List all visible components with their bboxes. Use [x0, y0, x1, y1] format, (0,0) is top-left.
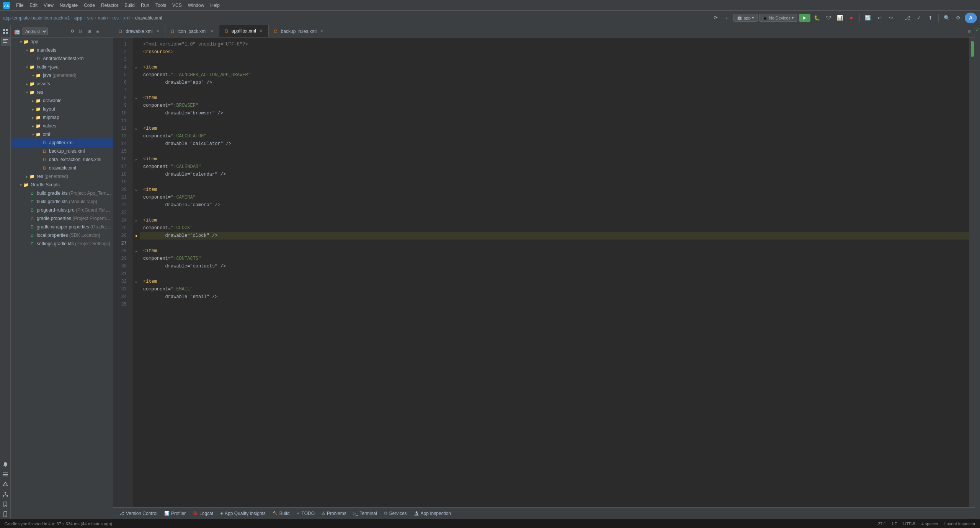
menu-code[interactable]: Code: [81, 2, 98, 9]
commit-button[interactable]: ✓: [914, 13, 924, 23]
menu-refactor[interactable]: Refactor: [98, 2, 121, 9]
tree-item-gradle-scripts[interactable]: ▾ 📁 Gradle Scripts: [11, 181, 113, 189]
breadcrumb-file[interactable]: drawable.xml: [135, 15, 162, 21]
tree-item-data-extraction[interactable]: 🗋 data_extraction_rules.xml: [11, 155, 113, 164]
tree-item-java-gen[interactable]: ▾ 📁 java (generated): [11, 71, 113, 80]
tree-item-gradle-props[interactable]: 🗋 gradle.properties (Project Properties): [11, 214, 113, 223]
layout-inspector-button[interactable]: Layout Inspector: [943, 521, 977, 526]
menu-view[interactable]: View: [41, 2, 57, 9]
panel-scroll-icon[interactable]: ◎: [77, 28, 85, 35]
tree-item-manifests[interactable]: ▾ 📁 manifests: [11, 46, 113, 54]
menu-build[interactable]: Build: [121, 2, 138, 9]
tree-item-appfilter[interactable]: 🗋 appfilter.xml: [11, 139, 113, 147]
line-ending[interactable]: LF: [891, 521, 899, 526]
breadcrumb-res[interactable]: res: [112, 15, 119, 21]
tree-item-res[interactable]: ▾ 📁 res: [11, 88, 113, 96]
menu-file[interactable]: File: [13, 2, 26, 9]
menu-tools[interactable]: Tools: [152, 2, 169, 9]
stop-button[interactable]: ■: [846, 13, 856, 23]
tab-close-iconpack[interactable]: ✕: [209, 29, 214, 34]
tree-item-settings-gradle[interactable]: 🗋 settings.gradle.kts (Project Settings): [11, 240, 113, 248]
bottom-tab-problems[interactable]: ⚠ Problems: [318, 510, 350, 517]
bookmarks-icon[interactable]: [1, 500, 10, 509]
bottom-tab-terminal[interactable]: >_ Terminal: [350, 510, 380, 517]
tree-item-build-gradle-project[interactable]: 🗋 build.gradle.kts (Project: App_Templat…: [11, 189, 113, 197]
tree-item-app[interactable]: ▾ 📁 app: [11, 37, 113, 46]
cursor-position[interactable]: 27:1: [876, 521, 887, 526]
tree-item-kotlin-java[interactable]: ▾ 📁 kotlin+java: [11, 63, 113, 71]
run-button[interactable]: ▶: [799, 14, 810, 22]
gradle-sync-button[interactable]: 🔃: [863, 13, 873, 23]
debug-button[interactable]: 🐛: [812, 13, 822, 23]
tab-backup-rules[interactable]: 🗋 backup_rules.xml ✕: [269, 25, 329, 37]
breadcrumb-project[interactable]: app-template-basic-icon-pack-v1: [3, 15, 70, 21]
tree-item-drawable[interactable]: ▸ 📁 drawable: [11, 96, 113, 105]
code-editor[interactable]: <?xml version="1.0" encoding="UTF-8"?> <…: [140, 37, 969, 507]
redo-button[interactable]: ↪: [886, 13, 896, 23]
tab-icon-pack[interactable]: 🗋 icon_pack.xml ✕: [165, 25, 219, 37]
vcs-button[interactable]: ⎇: [902, 13, 912, 23]
project-view-dropdown[interactable]: Android: [22, 28, 48, 35]
editor-scrollbar[interactable]: [969, 37, 975, 507]
breadcrumb-app[interactable]: app: [74, 15, 82, 21]
running-devices-icon[interactable]: [1, 510, 10, 519]
tree-item-values[interactable]: ▸ 📁 values: [11, 122, 113, 130]
tab-close-appfilter[interactable]: ✕: [258, 28, 264, 34]
breadcrumb-xml[interactable]: xml: [123, 15, 131, 21]
menu-run[interactable]: Run: [138, 2, 152, 9]
tab-close-backup[interactable]: ✕: [319, 29, 324, 34]
build-variants-icon[interactable]: [1, 480, 10, 489]
bottom-tab-app-quality[interactable]: ◈ App Quality Insights: [217, 510, 269, 517]
breadcrumb-main[interactable]: main: [98, 15, 108, 21]
bottom-tab-logcat[interactable]: 🐞 Logcat: [189, 510, 216, 517]
tree-item-mipmap[interactable]: ▸ 📁 mipmap: [11, 113, 113, 122]
indent-setting[interactable]: 4 spaces: [920, 521, 940, 526]
tree-item-drawable-xml[interactable]: 🗋 drawable.xml: [11, 164, 113, 172]
tree-item-layout[interactable]: ▸ 📁 layout: [11, 105, 113, 113]
sync-button[interactable]: ⟳: [710, 13, 720, 23]
bottom-tab-services[interactable]: ⚙ Services: [381, 510, 410, 517]
tree-item-local-props[interactable]: 🗋 local.properties (SDK Location): [11, 231, 113, 240]
bottom-tab-build[interactable]: 🔨 Build: [270, 510, 293, 517]
panel-gear-icon[interactable]: ≡: [94, 28, 101, 35]
menu-window[interactable]: Window: [185, 2, 207, 9]
bottom-tab-app-inspection[interactable]: 🔬 App Inspection: [411, 510, 454, 517]
settings-button[interactable]: ⚙: [953, 13, 963, 23]
project-icon[interactable]: [1, 37, 10, 46]
resource-manager-icon[interactable]: [1, 27, 10, 36]
panel-settings-icon[interactable]: ⚙: [69, 28, 76, 35]
notifications-icon[interactable]: [1, 460, 10, 469]
bottom-tab-version-control[interactable]: ⎇ Version Control: [116, 510, 160, 517]
undo-button[interactable]: ↩: [874, 13, 884, 23]
app-config-button[interactable]: 🤖 app ▾: [733, 14, 757, 22]
tab-close-drawable[interactable]: ✕: [155, 29, 160, 34]
panel-close-icon[interactable]: —: [102, 28, 110, 35]
menu-navigate[interactable]: Navigate: [57, 2, 81, 9]
tree-item-res-generated[interactable]: ▸ 📁 res (generated): [11, 172, 113, 181]
user-avatar[interactable]: A: [965, 13, 977, 23]
tree-item-gradle-wrapper[interactable]: 🗋 gradle-wrapper.properties (Gradle Vers…: [11, 223, 113, 231]
tree-item-backup-rules[interactable]: 🗋 backup_rules.xml: [11, 147, 113, 155]
tree-item-xml-folder[interactable]: ▾ 📁 xml: [11, 130, 113, 139]
coverage-button[interactable]: 🛡: [823, 13, 833, 23]
gradle-sync-status[interactable]: Gradle sync finished in 4 m 37 s 634 ms …: [3, 521, 114, 526]
tree-item-build-gradle-module[interactable]: 🗋 build.gradle.kts (Module :app): [11, 197, 113, 206]
tree-item-proguard[interactable]: 🗋 proguard-rules.pro (ProGuard Rules fo: [11, 206, 113, 214]
tab-appfilter[interactable]: 🗋 appfilter.xml ✕: [219, 25, 269, 37]
back-button[interactable]: ←: [722, 13, 732, 23]
tree-item-manifest-xml[interactable]: 🗋 AndroidManifest.xml: [11, 54, 113, 63]
tree-item-assets[interactable]: ▸ 📁 assets: [11, 80, 113, 88]
panel-expand-icon[interactable]: ⊞: [85, 28, 93, 35]
tab-drawable-xml[interactable]: 🗋 drawable.xml ✕: [113, 25, 165, 37]
bottom-tab-todo[interactable]: ✓ TODO: [294, 510, 318, 517]
no-devices-button[interactable]: 📱 No Devices ▾: [759, 14, 797, 22]
bottom-tab-profiler[interactable]: 📊 Profiler: [161, 510, 189, 517]
menu-help[interactable]: Help: [207, 2, 223, 9]
menu-edit[interactable]: Edit: [26, 2, 41, 9]
device-file-explorer-icon[interactable]: [1, 470, 10, 479]
profiler-button[interactable]: 📊: [835, 13, 845, 23]
search-everywhere-button[interactable]: 🔍: [942, 13, 952, 23]
breadcrumb-src[interactable]: src: [87, 15, 93, 21]
menu-vcs[interactable]: VCS: [169, 2, 185, 9]
structure-icon[interactable]: [1, 490, 10, 499]
